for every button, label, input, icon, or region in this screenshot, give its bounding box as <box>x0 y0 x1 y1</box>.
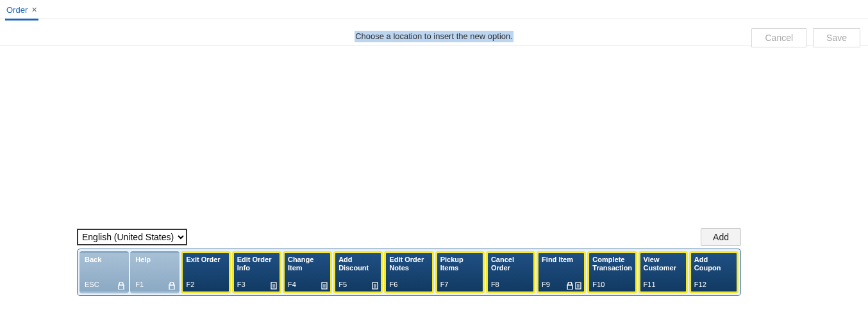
lower-panel: English (United States) Add BackESCHelpF… <box>77 228 741 296</box>
page-header: Choose a location to insert the new opti… <box>0 31 868 51</box>
lock-icon <box>169 282 175 290</box>
tab-strip: Order ✕ <box>0 0 868 19</box>
fkey-f2[interactable]: Exit OrderF2 <box>181 251 230 293</box>
row-controls: English (United States) Add <box>77 228 741 246</box>
fkey-label: Edit Order Info <box>237 256 276 272</box>
fkey-f4[interactable]: Change ItemF4 <box>283 251 332 293</box>
list-icon <box>575 282 581 290</box>
fkey-hotkey: F1 <box>135 281 144 289</box>
fkey-hotkey: F11 <box>644 281 656 289</box>
fkey-label: Find Item <box>542 256 581 264</box>
fkey-f1[interactable]: HelpF1 <box>130 251 179 293</box>
fkey-label: Edit Order Notes <box>389 256 428 272</box>
fkey-label: Complete Transaction <box>592 256 631 272</box>
lock-icon <box>118 282 124 290</box>
fkey-hotkey: F9 <box>542 281 550 289</box>
fkey-hotkey: F12 <box>694 281 706 289</box>
fkey-hotkey: F3 <box>237 281 246 289</box>
fkey-hotkey: F4 <box>288 281 296 289</box>
fkey-label: Back <box>85 256 124 264</box>
lock-icon <box>567 282 573 290</box>
function-key-bar: BackESCHelpF1Exit OrderF2Edit Order Info… <box>77 249 741 296</box>
instruction-text: Choose a location to insert the new opti… <box>355 31 513 42</box>
header-buttons: Cancel Save <box>751 28 860 47</box>
fkey-f6[interactable]: Edit Order NotesF6 <box>384 251 433 293</box>
list-icon <box>321 282 328 290</box>
fkey-f5[interactable]: Add DiscountF5 <box>333 251 383 293</box>
fkey-f12[interactable]: Add CouponF12 <box>689 251 739 293</box>
fkey-label: Change Item <box>288 256 327 272</box>
fkey-icons <box>118 282 124 290</box>
fkey-hotkey: F8 <box>491 281 499 289</box>
fkey-hotkey: F10 <box>592 281 605 289</box>
fkey-hotkey: F5 <box>338 281 347 289</box>
language-select[interactable]: English (United States) <box>77 229 187 245</box>
fkey-label: View Customer <box>644 256 683 272</box>
fkey-label: Add Discount <box>338 256 378 272</box>
fkey-label: Pickup Items <box>440 256 480 272</box>
list-icon <box>372 282 378 290</box>
tab-order[interactable]: Order ✕ <box>5 4 38 20</box>
fkey-label: Add Coupon <box>694 256 733 272</box>
fkey-icons <box>567 282 581 290</box>
fkey-icons <box>321 282 328 290</box>
close-icon[interactable]: ✕ <box>31 6 37 14</box>
fkey-hotkey: F7 <box>440 281 449 289</box>
fkey-hotkey: F6 <box>389 281 397 289</box>
fkey-f7[interactable]: Pickup ItemsF7 <box>435 251 485 293</box>
tab-label: Order <box>6 5 28 15</box>
fkey-f10[interactable]: Complete TransactionF10 <box>587 251 637 293</box>
fkey-hotkey: F2 <box>186 281 194 289</box>
fkey-f3[interactable]: Edit Order InfoF3 <box>232 251 281 293</box>
list-icon <box>271 282 277 290</box>
fkey-icons <box>372 282 378 290</box>
fkey-esc[interactable]: BackESC <box>79 251 129 293</box>
fkey-label: Cancel Order <box>491 256 530 272</box>
fkey-label: Help <box>135 256 174 264</box>
fkey-f9[interactable]: Find ItemF9 <box>537 251 586 293</box>
add-button[interactable]: Add <box>701 228 741 246</box>
save-button[interactable]: Save <box>813 28 860 47</box>
fkey-icons <box>169 282 175 290</box>
fkey-f8[interactable]: Cancel OrderF8 <box>486 251 535 293</box>
fkey-icons <box>271 282 277 290</box>
fkey-label: Exit Order <box>186 256 225 264</box>
fkey-hotkey: ESC <box>85 281 99 289</box>
fkey-f11[interactable]: View CustomerF11 <box>638 251 688 293</box>
cancel-button[interactable]: Cancel <box>751 28 806 47</box>
